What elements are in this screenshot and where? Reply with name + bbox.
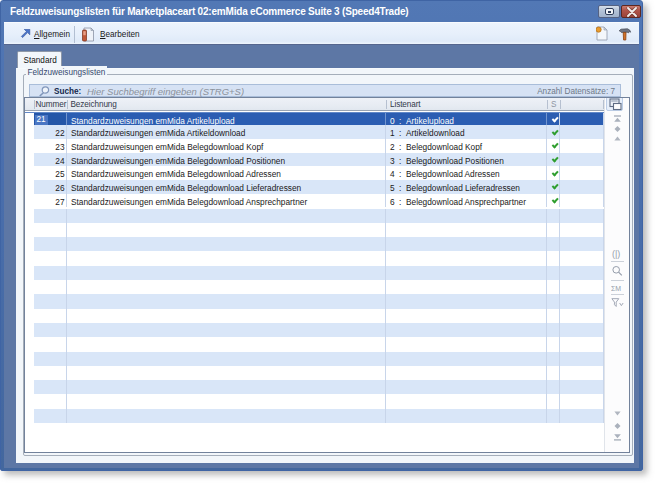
svg-text:ΣΜ: ΣΜ [611, 284, 621, 291]
svg-text:(|): (|) [612, 249, 620, 259]
